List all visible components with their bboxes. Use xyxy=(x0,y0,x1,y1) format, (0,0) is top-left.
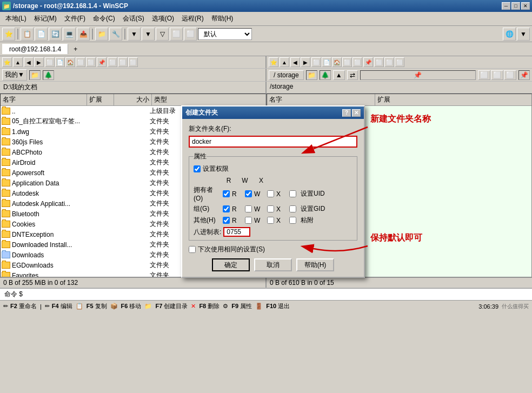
other-r-check[interactable] xyxy=(223,217,230,224)
group-x-label: X xyxy=(276,205,287,213)
ok-button[interactable]: 确定 xyxy=(212,258,250,271)
other-w-label: W xyxy=(254,217,265,224)
dialog-help-btn[interactable]: ? xyxy=(342,109,351,117)
sticky-label: 粘附 xyxy=(301,216,314,225)
owner-row: 拥有者(O) R W X 设置UID xyxy=(194,185,353,202)
owner-x-label: X xyxy=(276,190,287,198)
other-row: 其他(H) R W X 粘附 xyxy=(194,216,353,225)
dialog-overlay: 创建文件夹 ? ✕ 新文件夹名(F): 属性 设置权限 R xyxy=(0,0,532,393)
dialog-buttons: 确定 取消 帮助(H) xyxy=(189,258,357,271)
permissions-check-row: 设置权限 xyxy=(194,164,353,174)
folder-name-label: 新文件夹名(F): xyxy=(189,124,357,134)
other-w-check[interactable] xyxy=(245,217,252,224)
r-header: R xyxy=(221,177,237,184)
group-label: 组(G) xyxy=(194,204,221,214)
cancel-button[interactable]: 取消 xyxy=(254,258,292,271)
other-x-label: X xyxy=(276,217,287,224)
owner-w-label: W xyxy=(254,190,265,198)
octal-row: 八进制表: xyxy=(194,227,353,237)
group-row: 组(G) R W X 设置GID xyxy=(194,204,353,214)
octal-label: 八进制表: xyxy=(194,228,221,237)
owner-w-check[interactable] xyxy=(245,190,252,197)
octal-input[interactable] xyxy=(223,227,250,237)
dialog-close-btn[interactable]: ✕ xyxy=(352,109,361,117)
setgid-label: 设置GID xyxy=(301,204,325,214)
group-x-check[interactable] xyxy=(267,205,274,212)
other-r-label: R xyxy=(232,217,243,224)
create-folder-dialog: 创建文件夹 ? ✕ 新文件夹名(F): 属性 设置权限 R xyxy=(181,105,365,278)
sticky-check[interactable] xyxy=(289,217,296,224)
group-w-check[interactable] xyxy=(245,205,252,212)
save-settings-row: 下次使用相同的设置(S) xyxy=(189,245,357,254)
dialog-title-text: 创建文件夹 xyxy=(185,108,218,117)
properties-legend: 属性 xyxy=(194,152,207,161)
setuid-label: 设置UID xyxy=(301,189,325,198)
dialog-body: 新文件夹名(F): 属性 设置权限 R W X xyxy=(182,119,364,277)
setuid-check[interactable] xyxy=(289,190,296,197)
setgid-check[interactable] xyxy=(289,205,296,212)
owner-x-check[interactable] xyxy=(267,190,274,197)
properties-group: 属性 设置权限 R W X 拥有者(O) R xyxy=(189,152,357,241)
group-r-label: R xyxy=(232,205,243,213)
permissions-checkbox[interactable] xyxy=(194,165,201,172)
other-label: 其他(H) xyxy=(194,216,221,225)
group-r-check[interactable] xyxy=(223,205,230,212)
owner-r-label: R xyxy=(232,190,243,198)
dialog-title-bar: 创建文件夹 ? ✕ xyxy=(182,106,364,119)
save-settings-label: 下次使用相同的设置(S) xyxy=(198,245,265,254)
w-header: W xyxy=(237,177,253,184)
owner-r-check[interactable] xyxy=(223,190,230,197)
save-settings-check[interactable] xyxy=(189,246,196,253)
permissions-label[interactable]: 设置权限 xyxy=(203,164,229,174)
other-x-check[interactable] xyxy=(267,217,274,224)
folder-name-input[interactable] xyxy=(189,136,357,148)
group-w-label: W xyxy=(254,205,265,213)
x-header: X xyxy=(253,177,269,184)
owner-label: 拥有者(O) xyxy=(194,185,221,202)
help-button[interactable]: 帮助(H) xyxy=(296,258,334,271)
